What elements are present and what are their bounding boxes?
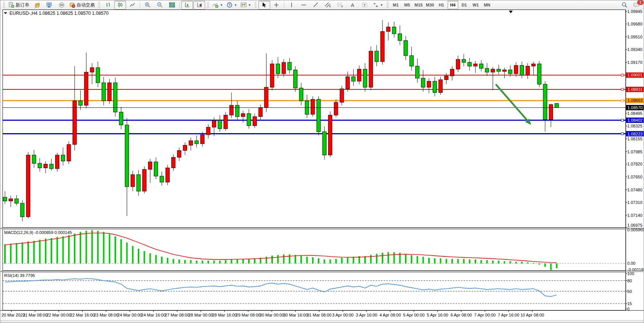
toolbar-separator <box>179 2 180 8</box>
chart-shift-button[interactable] <box>193 1 205 10</box>
time-axis-label: 3 Apr 16:00 <box>356 313 377 317</box>
line-chart-icon <box>129 2 135 8</box>
timeframe-button-m30[interactable]: M30 <box>425 1 435 9</box>
line-chart-mode-button[interactable] <box>126 1 138 10</box>
time-axis-label: 6 Apr 08:00 <box>451 313 472 317</box>
price-axis-tick-label: 1.09680 <box>627 22 642 26</box>
toolbar-grip[interactable] <box>3 2 5 8</box>
timeframe-button-h4[interactable]: H4 <box>448 1 458 9</box>
timeframe-button-h1[interactable]: H1 <box>436 1 447 9</box>
splitter-handle[interactable] <box>2 228 2 229</box>
text-label-button[interactable]: T <box>359 1 371 10</box>
price-axis-tick-label: 1.09170 <box>627 60 642 65</box>
equidistant-channel-button[interactable]: E <box>322 1 334 10</box>
autotrading-button[interactable]: 自动交易 <box>68 1 96 10</box>
templates-button[interactable]: ▼ <box>239 1 253 10</box>
arrows-objects-button[interactable]: ▼ <box>371 1 385 10</box>
indicators-button[interactable]: ▼ <box>211 1 225 10</box>
fibonacci-button[interactable]: F <box>335 1 346 10</box>
fibonacci-icon: F <box>337 2 344 8</box>
mt4-window: { "toolbar": { "new_order": "新订单", "auto… <box>0 0 644 323</box>
zoom-in-button[interactable] <box>142 1 153 10</box>
level-line-anchor[interactable] <box>621 74 623 76</box>
equidistant-channel-icon: E <box>325 2 332 8</box>
price-badge-1.09001-label: 1.09001 <box>628 73 643 77</box>
main-toolbar: 新订单 自动交易 <box>0 0 644 10</box>
toolbar-grip[interactable] <box>387 2 389 8</box>
chart-canvas[interactable]: EURUSD-,H4 1.08625 1.08625 1.08570 1.085… <box>0 10 644 323</box>
toolbar-grip[interactable] <box>207 2 209 8</box>
time-axis-label: 28 Mar 00:00 <box>188 313 213 317</box>
macd-pane[interactable] <box>3 229 626 271</box>
timeframe-button-m15[interactable]: M15 <box>413 1 424 9</box>
splitter-handle[interactable] <box>2 271 2 272</box>
splitter-handle[interactable] <box>1 271 1 272</box>
time-axis-label: 24 Mar 16:00 <box>141 313 166 317</box>
notification-count-badge: 1 <box>637 0 644 5</box>
trendline-icon <box>313 2 319 8</box>
price-pane[interactable] <box>3 10 626 228</box>
timeframe-button-m1[interactable]: M1 <box>391 1 401 9</box>
toolbar-grip[interactable] <box>255 2 257 8</box>
horizontal-line-button[interactable] <box>298 1 310 10</box>
time-axis-label: 27 Mar 08:00 <box>165 313 190 317</box>
timeframe-button-m5[interactable]: M5 <box>402 1 413 9</box>
time-axis-label: 10 Apr 08:00 <box>520 313 544 317</box>
notifications-button[interactable]: 1 <box>631 1 642 10</box>
auto-scroll-button[interactable] <box>181 1 193 10</box>
terminal-button[interactable] <box>43 1 55 10</box>
rsi-axis-tick-label: 80 <box>627 278 632 283</box>
search-button[interactable] <box>618 1 630 10</box>
splitter-handle[interactable] <box>2 228 3 229</box>
text-a-icon: A <box>351 2 354 8</box>
timeframe-button-mn[interactable]: MN <box>482 1 493 9</box>
level-line-anchor[interactable] <box>621 88 623 91</box>
splitter-handle[interactable] <box>1 228 1 229</box>
zoom-out-button[interactable] <box>154 1 166 10</box>
crosshair-button[interactable] <box>271 1 282 10</box>
level-line-anchor[interactable] <box>621 99 623 102</box>
price-badge-1.08811-label: 1.08811 <box>628 87 642 92</box>
vertical-line-button[interactable] <box>286 1 298 10</box>
arrow-objects-icon <box>373 2 379 8</box>
cursor-arrow-icon <box>261 2 267 8</box>
tile-windows-button[interactable] <box>166 1 178 10</box>
terminal-monitor-icon <box>46 2 53 8</box>
new-order-button[interactable]: 新订单 <box>7 1 31 10</box>
trendline-button[interactable] <box>310 1 322 10</box>
strategy-tester-button[interactable] <box>56 1 67 10</box>
price-badge-1.08223-label: 1.08223 <box>628 132 643 136</box>
toolbar-grip[interactable] <box>98 2 100 8</box>
auto-scroll-icon <box>184 2 190 8</box>
toolbar-separator <box>140 2 140 8</box>
price-axis-tick-label: 1.07480 <box>627 188 642 192</box>
new-order-label: 新订单 <box>16 2 29 8</box>
macd-axis-tick-label: 0.005969 <box>627 228 644 232</box>
time-axis-label: 5 Apr 00:00 <box>403 313 424 317</box>
time-axis-label: 31 Mar 08:00 <box>307 313 332 317</box>
price-axis-tick-label: 1.07650 <box>627 175 642 179</box>
time-axis-label: 3 Apr 00:00 <box>332 313 354 317</box>
cursor-button[interactable] <box>258 1 270 10</box>
svg-text:E: E <box>329 5 331 8</box>
timeframe-button-w1[interactable]: W1 <box>470 1 481 9</box>
timeframe-button-d1[interactable]: D1 <box>459 1 470 9</box>
text-button[interactable]: A <box>347 1 359 10</box>
indicators-icon <box>212 2 218 8</box>
bar-chart-mode-button[interactable] <box>102 1 114 10</box>
rsi-label: RSI(14) 39.7795 <box>4 273 35 278</box>
zoom-out-icon <box>157 2 163 8</box>
level-line-anchor[interactable] <box>621 119 623 121</box>
periods-button[interactable]: ▼ <box>225 1 239 10</box>
dropdown-caret-icon: ▼ <box>380 3 383 7</box>
template-icon <box>241 2 247 8</box>
splitter-handle[interactable] <box>2 271 3 272</box>
chart-window[interactable]: EURUSD-,H4 1.08625 1.08625 1.08570 1.085… <box>0 10 644 323</box>
level-line-anchor[interactable] <box>621 133 623 135</box>
market-watch-button[interactable] <box>31 1 43 10</box>
time-axis-label: 24 Mar 00:00 <box>118 313 142 317</box>
price-axis-tick-label: 1.07820 <box>627 162 642 166</box>
candlestick-mode-button[interactable] <box>114 1 126 10</box>
time-axis-label: 7 Apr 16:00 <box>498 313 519 317</box>
time-axis-label: 28 Mar 16:00 <box>212 313 237 317</box>
